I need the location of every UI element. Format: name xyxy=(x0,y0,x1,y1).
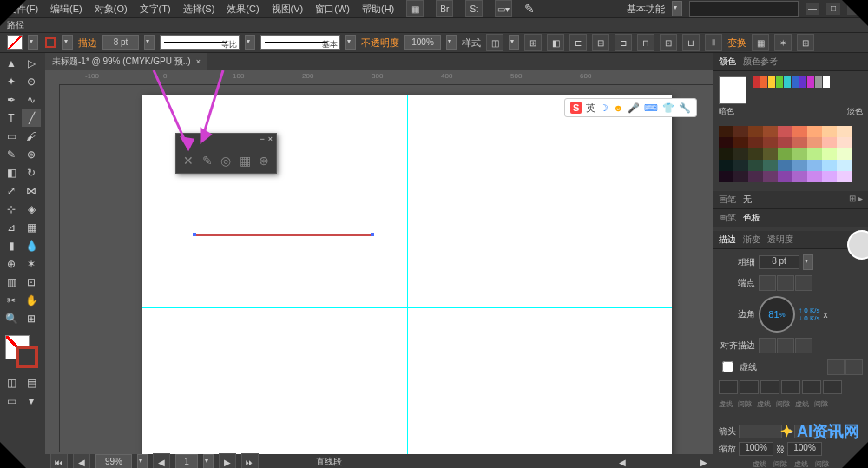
g3[interactable] xyxy=(823,380,842,394)
document-tab[interactable]: 未标题-1* @ 99% (CMYK/GPU 预..) × xyxy=(45,53,207,70)
slice-tool[interactable]: ✂ xyxy=(2,292,21,309)
fill-dropdown[interactable] xyxy=(28,35,38,50)
stroke-size-dd[interactable] xyxy=(144,35,155,50)
brush-dd[interactable] xyxy=(345,35,356,50)
nav-next[interactable]: ▶ xyxy=(219,453,236,468)
tr3[interactable]: ⊞ xyxy=(797,34,814,51)
weight-input[interactable]: 8 pt xyxy=(759,255,799,269)
brush-def[interactable]: 基本 xyxy=(260,35,340,50)
rect-tool[interactable]: ▭ xyxy=(2,128,21,145)
hand-tool[interactable]: ✋ xyxy=(22,292,41,309)
tab-brush2[interactable]: 画笔 xyxy=(719,194,736,206)
menu-select[interactable]: 选择(S) xyxy=(183,3,215,16)
guide-vertical[interactable] xyxy=(407,95,408,468)
spectrum[interactable] xyxy=(753,76,830,88)
style-swatch[interactable]: ◫ xyxy=(486,34,503,51)
tab-close[interactable]: × xyxy=(196,57,201,66)
popup-pattern-icon[interactable]: ⊛ xyxy=(257,153,271,168)
search-input[interactable] xyxy=(689,1,799,17)
stroke-indicator[interactable] xyxy=(16,346,38,368)
pen-tool[interactable]: ✒ xyxy=(2,91,21,109)
mesh-tool[interactable]: ▦ xyxy=(22,219,41,236)
ime-tool-icon[interactable]: 🔧 xyxy=(679,102,691,114)
d1[interactable] xyxy=(719,380,738,394)
i1[interactable]: ⊞ xyxy=(524,34,542,51)
screen-mode[interactable]: ▭ xyxy=(2,392,21,410)
dist-h[interactable]: ⫴ xyxy=(705,34,722,51)
free-tool[interactable]: ⊹ xyxy=(2,201,21,218)
stroke-swatch[interactable] xyxy=(43,36,57,49)
menu-window[interactable]: 窗口(W) xyxy=(315,3,350,16)
toggle-tool[interactable]: ⊞ xyxy=(22,310,41,327)
i2[interactable]: ◧ xyxy=(547,34,564,51)
stroke-label[interactable]: 描边 xyxy=(78,36,97,49)
align-out[interactable] xyxy=(795,338,812,353)
fill-stroke-indicator[interactable] xyxy=(2,335,43,370)
st-icon[interactable]: St xyxy=(465,0,483,17)
zoom-tool[interactable]: 🔍 xyxy=(2,310,21,327)
align-t[interactable]: ⊓ xyxy=(637,34,654,51)
width-tool[interactable]: ⋈ xyxy=(22,182,41,200)
rotate-tool[interactable]: ↻ xyxy=(22,164,41,181)
ime-kb-icon[interactable]: ⌨ xyxy=(644,102,658,114)
wand-tool[interactable]: ✦ xyxy=(2,73,21,90)
align-l[interactable]: ⊏ xyxy=(569,34,587,51)
eraser-tool[interactable]: ◧ xyxy=(2,164,21,181)
swatches[interactable] xyxy=(713,122,868,186)
blob-tool[interactable]: ⊛ xyxy=(22,146,41,163)
zoom-value[interactable]: 99% xyxy=(95,454,132,468)
tab-brushlib[interactable]: 画笔 xyxy=(719,212,736,224)
scale-start[interactable]: 100% xyxy=(739,442,773,456)
align-in[interactable] xyxy=(777,338,794,353)
tab-stroke[interactable]: 描边 xyxy=(719,234,736,246)
graph-tool[interactable]: ▥ xyxy=(2,274,21,291)
arrange-icon[interactable]: ▭▾ xyxy=(495,0,512,17)
dashed-check[interactable] xyxy=(722,361,733,372)
type-tool[interactable]: T xyxy=(2,109,21,127)
shape-tool[interactable]: ◈ xyxy=(22,201,41,218)
menu-object[interactable]: 对象(O) xyxy=(95,3,128,16)
tab-swatchlib[interactable]: 色板 xyxy=(743,212,760,224)
zoom-dd[interactable] xyxy=(137,454,148,468)
stroke-dropdown[interactable] xyxy=(62,35,73,50)
dash-opt2[interactable] xyxy=(845,359,863,375)
brush-tool[interactable]: 🖌 xyxy=(22,128,41,145)
pencil-tool[interactable]: ✎ xyxy=(2,146,21,163)
win-max[interactable]: □ xyxy=(826,3,840,15)
symbol-tool[interactable]: ✶ xyxy=(22,255,41,273)
popup-close[interactable]: × xyxy=(268,135,273,147)
style-dd[interactable] xyxy=(509,35,519,50)
stroke-profile[interactable]: 等比 xyxy=(160,35,240,50)
tab-colorguide[interactable]: 颜色参考 xyxy=(743,56,778,68)
layout-icon[interactable]: ▦ xyxy=(406,0,424,17)
g1[interactable] xyxy=(740,380,759,394)
ime-bar[interactable]: S 英 ☽ ☻ 🎤 ⌨ 👕 🔧 xyxy=(564,98,697,117)
ime-face-icon[interactable]: ☻ xyxy=(613,102,623,113)
align-center[interactable] xyxy=(759,338,776,353)
prev-artboard[interactable]: ◀ xyxy=(73,453,90,468)
page-num[interactable]: 1 xyxy=(175,454,198,468)
selection-tool[interactable]: ▲ xyxy=(2,55,21,72)
align-b[interactable]: ⊔ xyxy=(682,34,700,51)
d2[interactable] xyxy=(760,380,779,394)
scale-end[interactable]: 100% xyxy=(787,442,822,456)
direct-select-tool[interactable]: ▷ xyxy=(22,55,41,72)
nav-last[interactable]: ⏭ xyxy=(241,453,259,468)
g2[interactable] xyxy=(781,380,800,394)
cap-butt[interactable] xyxy=(759,275,776,291)
first-artboard[interactable]: ⏮ xyxy=(50,453,68,468)
menu-edit[interactable]: 编辑(E) xyxy=(50,3,82,16)
tab-gradient[interactable]: 渐变 xyxy=(743,234,760,246)
br-icon[interactable]: Br xyxy=(436,0,453,17)
align-c[interactable]: ⊟ xyxy=(592,34,609,51)
opacity-label[interactable]: 不透明度 xyxy=(361,36,399,49)
stroke-size[interactable]: 8 pt xyxy=(102,35,139,50)
menu-text[interactable]: 文字(T) xyxy=(140,3,171,16)
guide-horizontal[interactable] xyxy=(142,307,672,308)
arrow-start[interactable] xyxy=(739,425,782,438)
cap-round[interactable] xyxy=(777,275,794,291)
persp-tool[interactable]: ⊿ xyxy=(2,219,21,236)
fill-swatch[interactable] xyxy=(7,35,23,50)
profile-dd[interactable] xyxy=(245,35,255,50)
color-main-swatch[interactable] xyxy=(719,76,746,104)
